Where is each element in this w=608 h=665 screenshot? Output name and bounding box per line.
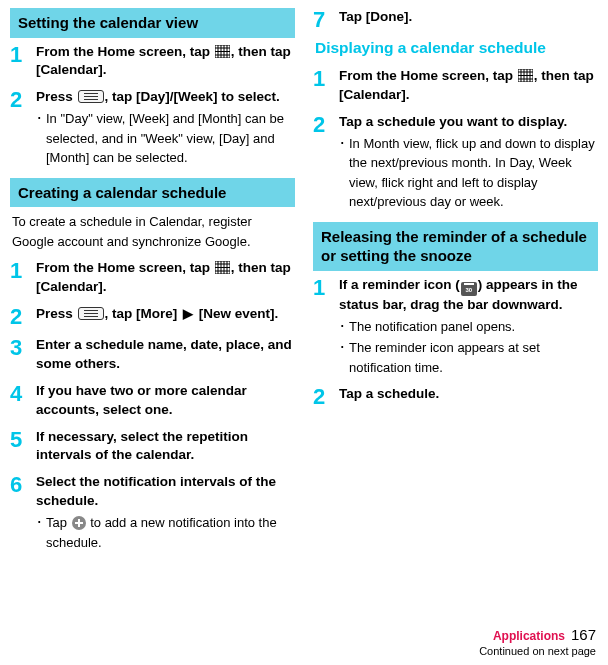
continued-text: Continued on next page <box>479 645 596 657</box>
step-bullet: ･ Tap to add a new notification into the… <box>36 513 295 552</box>
step-body: Enter a schedule name, date, place, and … <box>36 336 295 374</box>
text: From the Home screen, tap <box>36 44 214 59</box>
intro-text: To create a schedule in Calendar, regist… <box>12 212 295 251</box>
step-body: Tap a schedule you want to display. ･ In… <box>339 113 598 212</box>
section-header-releasing-reminder: Releasing the reminder of a schedule or … <box>313 222 598 271</box>
step-number: 1 <box>313 68 339 105</box>
grid-icon <box>518 69 533 82</box>
step-title: Tap a schedule. <box>339 385 598 404</box>
step-number: 5 <box>10 429 36 466</box>
step: 2 Tap a schedule. <box>313 385 598 408</box>
bullet-text: The reminder icon appears at set notific… <box>349 338 598 377</box>
bullet-dot: ･ <box>339 338 349 377</box>
step-body: Press , tap [More] ▶ [New event]. <box>36 305 295 328</box>
arrow-icon: ▶ <box>183 305 193 323</box>
grid-icon <box>215 45 230 58</box>
menu-icon <box>78 90 104 103</box>
grid-icon <box>215 261 230 274</box>
step-title: If necessary, select the repetition inte… <box>36 428 295 466</box>
step-title: Tap [Done]. <box>339 8 598 27</box>
step-body: If necessary, select the repetition inte… <box>36 428 295 466</box>
step-title: From the Home screen, tap , then tap [Ca… <box>36 43 295 81</box>
step-title: Select the notification intervals of the… <box>36 473 295 511</box>
bullet-dot: ･ <box>36 513 46 552</box>
step: 1 From the Home screen, tap , then tap [… <box>10 43 295 81</box>
step-body: Press , tap [Day]/[Week] to select. ･ In… <box>36 88 295 167</box>
step-title: If you have two or more calendar account… <box>36 382 295 420</box>
step: 1 If a reminder icon (30) appears in the… <box>313 276 598 377</box>
text: From the Home screen, tap <box>339 68 517 83</box>
page-footer: Applications167 Continued on next page <box>479 626 596 657</box>
left-column: Setting the calendar view 1 From the Hom… <box>10 8 295 560</box>
step-number: 2 <box>313 386 339 408</box>
text: From the Home screen, tap <box>36 260 214 275</box>
step: 2 Press , tap [Day]/[Week] to select. ･ … <box>10 88 295 167</box>
step: 2 Press , tap [More] ▶ [New event]. <box>10 305 295 328</box>
bullet-dot: ･ <box>339 134 349 212</box>
step-number: 1 <box>10 44 36 81</box>
step-body: Select the notification intervals of the… <box>36 473 295 552</box>
page-content: Setting the calendar view 1 From the Hom… <box>0 0 608 560</box>
menu-icon <box>78 307 104 320</box>
step-number: 6 <box>10 474 36 552</box>
step-body: From the Home screen, tap , then tap [Ca… <box>36 259 295 297</box>
page-number: 167 <box>571 626 596 643</box>
section-header-setting-view: Setting the calendar view <box>10 8 295 38</box>
step-number: 2 <box>10 89 36 167</box>
bullet-dot: ･ <box>36 109 46 168</box>
step-title: Press , tap [Day]/[Week] to select. <box>36 88 295 107</box>
step-title: Enter a schedule name, date, place, and … <box>36 336 295 374</box>
step: 3 Enter a schedule name, date, place, an… <box>10 336 295 374</box>
step-body: If you have two or more calendar account… <box>36 382 295 420</box>
text: [New event]. <box>195 306 278 321</box>
bullet-text: The notification panel opens. <box>349 317 598 337</box>
step-title: Press , tap [More] ▶ [New event]. <box>36 305 295 324</box>
step: 4 If you have two or more calendar accou… <box>10 382 295 420</box>
step: 2 Tap a schedule you want to display. ･ … <box>313 113 598 212</box>
reminder-icon: 30 <box>461 282 477 296</box>
step-number: 3 <box>10 337 36 374</box>
text: Press <box>36 89 77 104</box>
step-number: 1 <box>10 260 36 297</box>
text: , tap [Day]/[Week] to select. <box>105 89 280 104</box>
bullet-text: In Month view, flick up and down to disp… <box>349 134 598 212</box>
step: 6 Select the notification intervals of t… <box>10 473 295 552</box>
step-number: 1 <box>313 277 339 377</box>
text: Press <box>36 306 77 321</box>
step-body: From the Home screen, tap , then tap [Ca… <box>36 43 295 81</box>
step-number: 7 <box>313 9 339 31</box>
step-number: 4 <box>10 383 36 420</box>
step-body: From the Home screen, tap , then tap [Ca… <box>339 67 598 105</box>
step-body: Tap a schedule. <box>339 385 598 408</box>
footer-line: Applications167 <box>479 626 596 643</box>
step-title: From the Home screen, tap , then tap [Ca… <box>36 259 295 297</box>
step-body: Tap [Done]. <box>339 8 598 31</box>
right-column: 7 Tap [Done]. Displaying a calendar sche… <box>313 8 598 560</box>
step-bullet: ･ The notification panel opens. <box>339 317 598 337</box>
step-number: 2 <box>10 306 36 328</box>
section-title-displaying: Displaying a calendar schedule <box>315 39 598 57</box>
step-body: If a reminder icon (30) appears in the s… <box>339 276 598 377</box>
add-circle-icon <box>72 516 86 530</box>
bullet-text: In "Day" view, [Week] and [Month] can be… <box>46 109 295 168</box>
step-title: Tap a schedule you want to display. <box>339 113 598 132</box>
step: 5 If necessary, select the repetition in… <box>10 428 295 466</box>
section-header-creating-schedule: Creating a calendar schedule <box>10 178 295 208</box>
step-bullet: ･ The reminder icon appears at set notif… <box>339 338 598 377</box>
step: 1 From the Home screen, tap , then tap [… <box>10 259 295 297</box>
footer-app-label: Applications <box>493 629 565 643</box>
step-number: 2 <box>313 114 339 212</box>
bullet-dot: ･ <box>339 317 349 337</box>
step-title: If a reminder icon (30) appears in the s… <box>339 276 598 315</box>
bullet-text: Tap to add a new notification into the s… <box>46 513 295 552</box>
step-title: From the Home screen, tap , then tap [Ca… <box>339 67 598 105</box>
text: If a reminder icon ( <box>339 277 460 292</box>
text: , tap [More] <box>105 306 182 321</box>
text: Tap <box>46 515 71 530</box>
step: 1 From the Home screen, tap , then tap [… <box>313 67 598 105</box>
step-bullet: ･ In Month view, flick up and down to di… <box>339 134 598 212</box>
step: 7 Tap [Done]. <box>313 8 598 31</box>
step-bullet: ･ In "Day" view, [Week] and [Month] can … <box>36 109 295 168</box>
